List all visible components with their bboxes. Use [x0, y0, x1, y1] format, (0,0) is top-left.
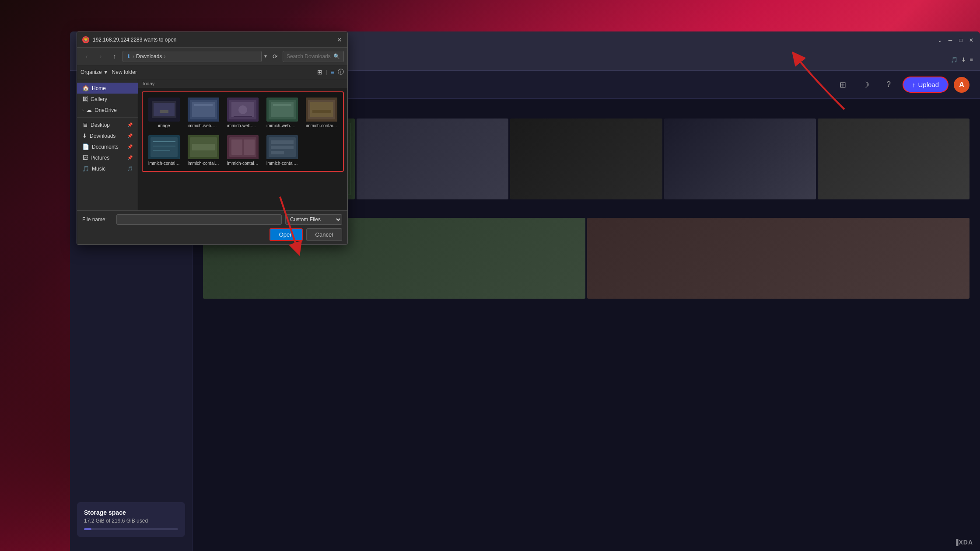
filename-label: File name: — [82, 216, 113, 223]
file-thumb-5 — [306, 98, 337, 122]
file-thumb-3 — [227, 98, 259, 122]
sidebar-documents[interactable]: 📄 Documents 📌 — [77, 141, 138, 152]
sidebar-desktop[interactable]: 🖥 Desktop 📌 — [77, 119, 138, 130]
file-item-1[interactable]: image — [146, 96, 182, 130]
file-thumb-9 — [266, 135, 298, 159]
path-dropdown-icon[interactable]: ▼ — [263, 54, 268, 59]
file-name-2: immich-web-ui-3 — [188, 123, 219, 128]
svg-rect-20 — [312, 110, 331, 113]
pin-icon-4: 📌 — [127, 155, 133, 160]
pin-icon-3: 📌 — [127, 144, 133, 149]
dialog-toolbar-2: Organize ▼ New folder ⊞ | ≡ ⓘ — [77, 65, 347, 79]
svg-rect-6 — [194, 104, 213, 106]
pin-icon: 📌 — [127, 122, 133, 127]
svg-rect-16 — [273, 104, 291, 106]
svg-rect-35 — [271, 140, 294, 144]
file-name-9: immich-containe — [266, 161, 298, 166]
file-name-5: immich-containe r-5 — [306, 123, 337, 128]
file-name-3: immich-web-ui-2 — [227, 123, 259, 128]
file-name-4: immich-web-ui-1 — [266, 123, 298, 128]
dialog-back-button[interactable]: ‹ — [80, 50, 93, 63]
svg-rect-36 — [271, 146, 294, 149]
file-item-2[interactable]: immich-web-ui-3 — [186, 96, 221, 130]
svg-rect-28 — [192, 144, 215, 150]
expand-icon: › — [82, 108, 84, 112]
organize-button[interactable]: Organize ▼ — [80, 69, 108, 75]
downloads-icon: ⬇ — [82, 133, 87, 139]
file-item-9[interactable]: immich-containe — [264, 133, 300, 167]
view-icon-button[interactable]: ⊞ — [317, 69, 322, 76]
home-icon: 🏠 — [82, 85, 89, 91]
file-thumb-6 — [148, 135, 180, 159]
music-icon-2: 🎵 — [127, 166, 133, 171]
file-item-8[interactable]: immich-containe — [225, 133, 261, 167]
sidebar-gallery[interactable]: 🖼 Gallery — [77, 94, 138, 105]
path-download-icon: ⬇ — [126, 53, 131, 59]
file-item-5[interactable]: immich-containe r-5 — [304, 96, 340, 130]
dialog-titlebar: 🦁 192.168.29.124:2283 wants to open ✕ — [77, 32, 347, 48]
documents-icon: 📄 — [82, 143, 89, 150]
onedrive-icon: ☁ — [86, 107, 92, 113]
svg-rect-7 — [194, 108, 207, 110]
info-button[interactable]: ⓘ — [338, 68, 344, 76]
sidebar-divider — [77, 117, 138, 118]
sidebar-downloads[interactable]: ⬇ Downloads 📌 — [77, 130, 138, 141]
file-item-3[interactable]: immich-web-ui-2 — [225, 96, 261, 130]
svg-rect-2 — [154, 103, 175, 116]
dialog-refresh-button[interactable]: ⟳ — [270, 51, 281, 62]
desktop-icon: 🖥 — [82, 122, 88, 128]
search-icon: 🔍 — [333, 53, 340, 59]
file-thumb-1 — [148, 98, 180, 122]
dialog-up-button[interactable]: ↑ — [108, 50, 121, 63]
dialog-sidebar: 🏠 Home 🖼 Gallery › ☁ OneDrive 🖥 Desktop … — [77, 79, 138, 210]
new-folder-button[interactable]: New folder — [112, 69, 137, 75]
svg-rect-31 — [231, 139, 242, 155]
file-thumb-4 — [266, 98, 298, 122]
file-thumb-2 — [188, 98, 219, 122]
file-item-7[interactable]: immich-containe — [186, 133, 221, 167]
section-today-label: Today — [138, 79, 347, 88]
svg-point-11 — [238, 105, 247, 114]
view-list-button[interactable]: ≡ — [331, 69, 334, 76]
file-grid: image immich-web-ui-3 — [142, 91, 344, 172]
sidebar-pictures[interactable]: 🖼 Pictures 📌 — [77, 152, 138, 163]
organize-dropdown-icon: ▼ — [103, 69, 108, 75]
svg-rect-22 — [150, 137, 178, 157]
file-item-4[interactable]: immich-web-ui-1 — [264, 96, 300, 130]
dialog-path-bar: ⬇ › Downloads › — [122, 51, 262, 62]
dialog-icon: 🦁 — [82, 36, 89, 43]
music-icon: 🎵 — [82, 165, 89, 172]
arrow-to-upload — [779, 44, 866, 114]
file-name-7: immich-containe — [188, 161, 219, 166]
file-name-6: immich-containe — [148, 161, 180, 166]
pin-icon-2: 📌 — [127, 133, 133, 138]
file-name-1: image — [148, 123, 180, 128]
file-thumb-8 — [227, 135, 259, 159]
sidebar-home[interactable]: 🏠 Home — [77, 83, 138, 94]
svg-rect-19 — [310, 102, 333, 117]
dialog-title: 192.168.29.124:2283 wants to open — [93, 37, 333, 43]
svg-rect-32 — [244, 139, 255, 155]
dialog-search-bar[interactable]: 🔍 — [283, 51, 344, 62]
file-name-8: immich-containe — [227, 161, 259, 166]
dialog-toolbar: ‹ › ↑ ⬇ › Downloads › ▼ ⟳ 🔍 — [77, 48, 347, 65]
dialog-close-button[interactable]: ✕ — [337, 36, 342, 43]
path-text: Downloads — [136, 53, 162, 59]
sidebar-music[interactable]: 🎵 Music 🎵 — [77, 163, 138, 174]
svg-rect-12 — [234, 116, 252, 117]
dialog-forward-button[interactable]: › — [94, 50, 107, 63]
search-input[interactable] — [287, 53, 332, 59]
arrow-to-open — [241, 188, 319, 267]
pictures-icon: 🖼 — [82, 154, 88, 161]
gallery-icon: 🖼 — [82, 96, 88, 102]
sidebar-onedrive[interactable]: › ☁ OneDrive — [77, 105, 138, 115]
svg-rect-37 — [271, 151, 284, 154]
file-thumb-7 — [188, 135, 219, 159]
file-item-6[interactable]: immich-containe — [146, 133, 182, 167]
